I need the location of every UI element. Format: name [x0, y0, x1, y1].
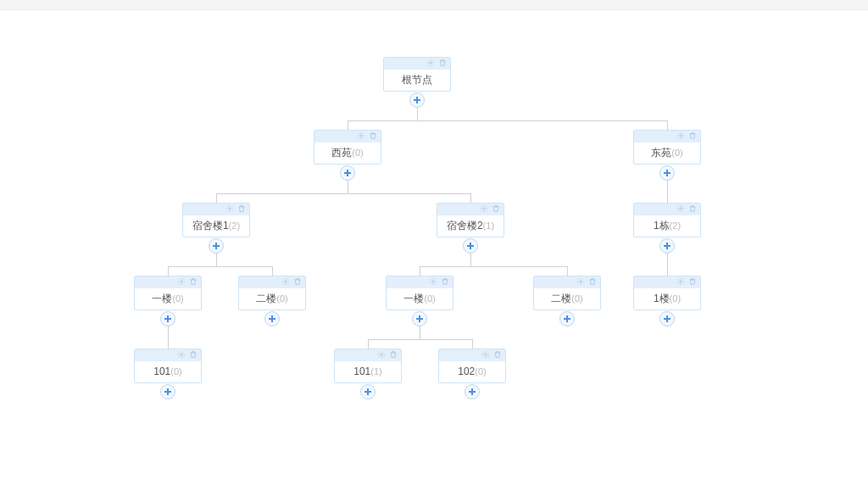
- settings-icon[interactable]: [480, 204, 488, 215]
- connector: [348, 120, 668, 121]
- connector: [472, 339, 473, 349]
- svg-point-10: [680, 281, 682, 283]
- connector: [216, 193, 471, 194]
- connector: [216, 193, 217, 203]
- settings-icon[interactable]: [429, 276, 437, 288]
- add-button-ssl1[interactable]: [209, 238, 224, 254]
- svg-point-2: [680, 135, 682, 137]
- svg-point-13: [485, 354, 487, 356]
- add-button-ssl2-f1[interactable]: [412, 311, 427, 326]
- trash-icon[interactable]: [441, 276, 449, 288]
- node-label: 102(0): [439, 361, 505, 382]
- svg-point-7: [285, 281, 287, 283]
- node-ssl2-102[interactable]: 102(0): [438, 349, 506, 383]
- add-button-ssl1-f1[interactable]: [160, 311, 175, 326]
- node-label: 东苑(0): [634, 142, 700, 164]
- trash-icon[interactable]: [189, 349, 198, 361]
- node-ssl1-f1[interactable]: 一楼(0): [134, 276, 202, 310]
- connector: [348, 120, 348, 130]
- trash-icon[interactable]: [688, 131, 697, 142]
- trash-icon[interactable]: [293, 276, 302, 288]
- add-button-ssl2-f2[interactable]: [559, 311, 575, 326]
- add-button-ssl2[interactable]: [463, 238, 478, 254]
- connector: [368, 339, 473, 340]
- settings-icon[interactable]: [676, 131, 685, 142]
- node-dong-1f[interactable]: 1楼(0): [633, 276, 701, 310]
- add-button-xiyuan[interactable]: [340, 165, 355, 181]
- node-label: 二楼(0): [239, 288, 305, 310]
- node-label: 101(1): [335, 361, 401, 382]
- node-ssl2-101[interactable]: 101(1): [334, 349, 402, 383]
- connector: [667, 180, 668, 203]
- settings-icon[interactable]: [576, 276, 585, 288]
- node-root[interactable]: 根节点: [383, 57, 451, 92]
- node-toolbar: [135, 276, 201, 288]
- node-dong-1d[interactable]: 1栋(2): [633, 203, 701, 237]
- add-button-dongyuan[interactable]: [659, 165, 675, 181]
- node-toolbar: [183, 204, 249, 215]
- settings-icon[interactable]: [225, 204, 234, 215]
- trash-icon[interactable]: [688, 204, 697, 215]
- connector: [368, 339, 369, 349]
- settings-icon[interactable]: [357, 131, 365, 142]
- node-label: 1楼(0): [634, 288, 700, 310]
- trash-icon[interactable]: [688, 276, 697, 288]
- settings-icon[interactable]: [281, 276, 290, 288]
- add-button-ssl1-f2[interactable]: [264, 311, 280, 326]
- svg-point-6: [181, 281, 183, 283]
- node-toolbar: [534, 276, 600, 288]
- top-bar: [0, 0, 868, 10]
- connector: [168, 266, 273, 267]
- trash-icon[interactable]: [588, 276, 597, 288]
- node-label: 根节点: [384, 70, 450, 91]
- add-button-ssl2-101[interactable]: [360, 384, 376, 399]
- node-ssl1[interactable]: 宿舍楼1(2): [182, 203, 250, 237]
- node-toolbar: [135, 349, 201, 361]
- node-label: 101(0): [135, 361, 201, 382]
- svg-point-9: [580, 281, 582, 283]
- connector: [168, 326, 169, 349]
- add-button-ssl2-102[interactable]: [465, 384, 480, 399]
- settings-icon[interactable]: [481, 349, 490, 361]
- settings-icon[interactable]: [177, 349, 186, 361]
- add-button-dong-1d[interactable]: [659, 238, 675, 254]
- connector: [420, 266, 568, 267]
- settings-icon[interactable]: [377, 349, 386, 361]
- node-ssl1-f2[interactable]: 二楼(0): [238, 276, 306, 310]
- node-ssl2-f2[interactable]: 二楼(0): [533, 276, 601, 310]
- add-button-root[interactable]: [409, 92, 425, 108]
- trash-icon[interactable]: [493, 349, 502, 361]
- add-button-dong-1f[interactable]: [659, 311, 675, 326]
- trash-icon[interactable]: [189, 276, 198, 288]
- trash-icon[interactable]: [492, 204, 500, 215]
- node-ssl2[interactable]: 宿舍楼2(1): [437, 203, 504, 237]
- node-toolbar: [335, 349, 401, 361]
- settings-icon[interactable]: [676, 204, 685, 215]
- connector: [348, 180, 348, 193]
- svg-point-3: [229, 208, 231, 210]
- settings-icon[interactable]: [676, 276, 685, 288]
- node-label: 宿舍楼2(1): [437, 215, 504, 237]
- connector: [272, 266, 273, 276]
- trash-icon[interactable]: [389, 349, 398, 361]
- node-label: 二楼(0): [534, 288, 600, 310]
- add-button-ssl1-101[interactable]: [160, 384, 175, 399]
- connector: [420, 266, 420, 276]
- node-label: 1栋(2): [634, 215, 700, 237]
- svg-point-0: [430, 62, 432, 64]
- connector: [420, 326, 420, 339]
- trash-icon[interactable]: [237, 204, 246, 215]
- node-toolbar: [634, 276, 700, 288]
- settings-icon[interactable]: [426, 58, 435, 70]
- trash-icon[interactable]: [438, 58, 447, 70]
- settings-icon[interactable]: [177, 276, 186, 288]
- node-ssl2-f1[interactable]: 一楼(0): [386, 276, 453, 310]
- svg-point-4: [483, 208, 486, 210]
- node-ssl1-101[interactable]: 101(0): [134, 349, 202, 383]
- tree-canvas: { "nodes": { "root": { "label": "根节点", "…: [0, 10, 868, 491]
- node-xiyuan[interactable]: 西苑(0): [314, 130, 381, 165]
- trash-icon[interactable]: [369, 131, 377, 142]
- node-toolbar: [387, 276, 453, 288]
- node-dongyuan[interactable]: 东苑(0): [633, 130, 701, 165]
- connector: [667, 120, 668, 130]
